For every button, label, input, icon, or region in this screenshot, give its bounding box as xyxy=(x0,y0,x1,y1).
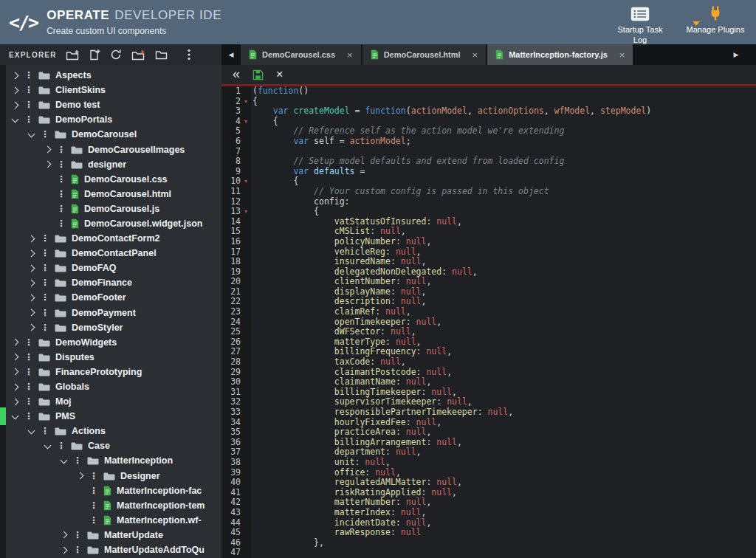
code-line-15[interactable]: 15 cMSList: null, xyxy=(221,227,756,237)
chevron-right-icon[interactable] xyxy=(61,546,68,554)
close-editor-icon[interactable]: × xyxy=(276,69,283,80)
code-line-42[interactable]: 42 matterNumber: null, xyxy=(221,497,756,508)
tree-item-matterinception-tem[interactable]: ⋮MatterInception-tem xyxy=(6,498,221,513)
code-line-7[interactable]: 7 xyxy=(221,147,756,157)
kebab-menu-icon[interactable]: ⋮ xyxy=(73,456,82,465)
kebab-menu-icon[interactable]: ⋮ xyxy=(24,382,33,391)
chevron-right-icon[interactable] xyxy=(12,72,19,79)
kebab-menu-icon[interactable]: ⋮ xyxy=(41,323,49,332)
tree-item-financeprototyping[interactable]: ⋮FinancePrototyping xyxy=(6,365,221,379)
code-editor[interactable]: 1(function()2▾{3 var createModel = funct… xyxy=(221,86,756,558)
code-line-23[interactable]: 23 claimRef: null, xyxy=(221,307,756,317)
tree-item-designer[interactable]: ⋮Designer xyxy=(6,469,221,483)
tabs-scroll-left-icon[interactable]: ◀ xyxy=(221,51,241,58)
close-tab-icon[interactable]: × xyxy=(472,49,478,61)
tab-democarousel-css[interactable]: DemoCarousel.css× xyxy=(241,44,361,65)
kebab-menu-icon[interactable]: ⋮ xyxy=(57,190,66,199)
code-line-4[interactable]: 4▾ { xyxy=(221,117,756,127)
code-line-12[interactable]: 12 config: xyxy=(221,197,756,207)
code-line-43[interactable]: 43 matterIndex: null, xyxy=(221,508,756,518)
code-line-22[interactable]: 22 description: null, xyxy=(221,297,756,307)
code-line-36[interactable]: 36 billingArrangement: null, xyxy=(221,438,756,448)
code-line-19[interactable]: 19 delegatedNonDelegated: null, xyxy=(221,267,756,278)
close-tab-icon[interactable]: × xyxy=(347,49,353,61)
kebab-menu-icon[interactable]: ⋮ xyxy=(41,427,49,435)
chevron-right-icon[interactable] xyxy=(28,264,35,272)
kebab-menu-icon[interactable]: ⋮ xyxy=(73,531,82,540)
tree-item-democarousel-js[interactable]: ⋮DemoCarousel.js xyxy=(6,202,221,216)
chevron-right-icon[interactable] xyxy=(12,368,19,376)
kebab-menu-icon[interactable]: ⋮ xyxy=(41,309,49,317)
tree-item-demo-test[interactable]: ⋮Demo test xyxy=(6,97,221,112)
tree-item-disputes[interactable]: ⋮Disputes xyxy=(6,350,221,365)
code-line-47[interactable]: 47 xyxy=(221,548,756,558)
tree-item-pms[interactable]: ⋮PMS xyxy=(6,409,221,424)
tree-item-matterinception[interactable]: ⋮MatterInception xyxy=(6,453,221,468)
tree-item-demostyler[interactable]: ⋮DemoStyler xyxy=(6,320,221,335)
chevron-right-icon[interactable] xyxy=(44,146,52,154)
tab-democarousel-html[interactable]: DemoCarousel.html× xyxy=(362,44,487,65)
tree-item-globals[interactable]: ⋮Globals xyxy=(6,379,221,394)
code-line-33[interactable]: 33 responsiblePartnerTimekeeper: null, xyxy=(221,407,756,418)
code-line-21[interactable]: 21 displayName: null, xyxy=(221,287,756,297)
new-file-icon[interactable] xyxy=(89,49,100,61)
kebab-menu-icon[interactable]: ⋮ xyxy=(41,249,49,258)
kebab-menu-icon[interactable]: ⋮ xyxy=(57,441,66,450)
chevron-down-icon[interactable] xyxy=(28,427,35,434)
chevron-right-icon[interactable] xyxy=(12,101,19,108)
code-line-38[interactable]: 38 unit: null, xyxy=(221,458,756,468)
tree-item-demofinance[interactable]: ⋮DemoFinance xyxy=(6,275,221,290)
tree-item-clientskins[interactable]: ⋮ClientSkins xyxy=(6,83,221,97)
tree-item-democarousel-widget-json[interactable]: ⋮DemoCarousel.widget.json xyxy=(6,216,221,231)
code-line-14[interactable]: 14 vatStatusOfInsured: null, xyxy=(221,217,756,227)
refresh-icon[interactable] xyxy=(110,49,122,61)
code-line-1[interactable]: 1(function() xyxy=(221,86,756,97)
tree-item-democarousel-html[interactable]: ⋮DemoCarousel.html xyxy=(6,187,221,202)
more-icon[interactable] xyxy=(188,49,190,61)
fold-icon[interactable]: ▾ xyxy=(241,207,251,217)
manage-plugins-button[interactable]: Manage Plugins xyxy=(685,0,746,45)
code-line-29[interactable]: 29 claimantPostcode: null, xyxy=(221,368,756,378)
chevron-right-icon[interactable] xyxy=(61,531,68,539)
chevron-right-icon[interactable] xyxy=(12,398,19,405)
code-line-25[interactable]: 25 dWFSector: null, xyxy=(221,327,756,337)
code-line-32[interactable]: 32 supervisorTimekeeper: null, xyxy=(221,397,756,407)
code-line-39[interactable]: 39 office: null, xyxy=(221,468,756,478)
code-line-11[interactable]: 11 // Your custom config is passed in th… xyxy=(221,187,756,197)
folder-icon[interactable] xyxy=(155,49,168,60)
code-line-35[interactable]: 35 practiceArea: null, xyxy=(221,427,756,438)
tabs-scroll-right-icon[interactable]: ▶ xyxy=(726,51,746,58)
code-line-2[interactable]: 2▾{ xyxy=(221,97,756,107)
code-line-13[interactable]: 13▾ { xyxy=(221,207,756,217)
collapse-panel-icon[interactable]: « xyxy=(233,67,240,80)
chevron-down-icon[interactable] xyxy=(28,130,35,137)
code-line-18[interactable]: 18 insuredName: null, xyxy=(221,257,756,267)
tree-item-demopayment[interactable]: ⋮DemoPayment xyxy=(6,306,221,320)
chevron-right-icon[interactable] xyxy=(28,249,35,257)
kebab-menu-icon[interactable]: ⋮ xyxy=(57,219,66,228)
code-line-30[interactable]: 30 claimantName: null, xyxy=(221,377,756,388)
kebab-menu-icon[interactable]: ⋮ xyxy=(73,545,82,554)
chevron-right-icon[interactable] xyxy=(12,383,19,390)
code-line-40[interactable]: 40 regulatedAMLMatter: null, xyxy=(221,478,756,488)
tree-item-democarouselimages[interactable]: ⋮DemoCarouselImages xyxy=(6,142,221,156)
kebab-menu-icon[interactable]: ⋮ xyxy=(24,338,33,347)
chevron-right-icon[interactable] xyxy=(12,86,19,94)
chevron-down-icon[interactable] xyxy=(12,412,19,419)
code-line-45[interactable]: 45 rawResponse: null xyxy=(221,528,756,538)
chevron-down-icon[interactable] xyxy=(44,441,52,449)
chevron-right-icon[interactable] xyxy=(28,235,35,242)
kebab-menu-icon[interactable]: ⋮ xyxy=(24,412,33,421)
code-line-28[interactable]: 28 taxCode: null, xyxy=(221,357,756,368)
kebab-menu-icon[interactable]: ⋮ xyxy=(24,100,33,109)
new-folder-icon[interactable] xyxy=(66,49,80,61)
kebab-menu-icon[interactable]: ⋮ xyxy=(89,472,98,480)
chevron-right-icon[interactable] xyxy=(28,309,35,317)
kebab-menu-icon[interactable]: ⋮ xyxy=(24,71,33,80)
close-tab-icon[interactable]: × xyxy=(619,49,625,61)
fold-icon[interactable]: ▾ xyxy=(241,176,251,187)
tree-item-demofooter[interactable]: ⋮DemoFooter xyxy=(6,290,221,305)
chevron-right-icon[interactable] xyxy=(12,339,19,346)
tree-item-democontactform2[interactable]: ⋮DemoContactForm2 xyxy=(6,231,221,246)
code-line-20[interactable]: 20 clientNumber: null, xyxy=(221,277,756,287)
